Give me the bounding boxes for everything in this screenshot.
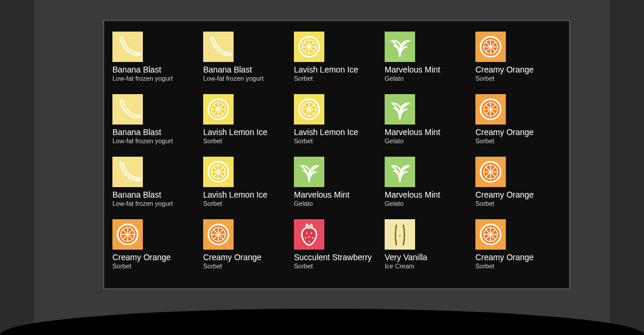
mint-icon: [294, 157, 324, 187]
flavor-tile[interactable]: Lavish Lemon IceSorbet: [294, 94, 385, 156]
flavor-title: Creamy Orange: [475, 190, 566, 199]
svg-point-76: [312, 237, 313, 239]
banana-icon: [112, 94, 143, 125]
svg-point-79: [399, 234, 401, 237]
flavor-title: Marvelous Mint: [385, 127, 475, 137]
svg-point-72: [306, 233, 307, 234]
flavor-tile[interactable]: Marvelous MintGelato: [385, 94, 475, 156]
svg-point-75: [305, 237, 306, 239]
flavor-tile[interactable]: Banana BlastLow-fat frozen yogurt: [112, 32, 203, 93]
flavor-subtitle: Sorbet: [203, 263, 294, 270]
flavor-subtitle: Sorbet: [294, 75, 385, 82]
flavor-subtitle: Sorbet: [475, 263, 566, 270]
flavor-tile[interactable]: Lavish Lemon IceSorbet: [294, 32, 385, 93]
flavor-title: Banana Blast: [203, 65, 294, 74]
flavor-title: Very Vanilla: [385, 253, 475, 262]
banana-icon: [112, 32, 143, 62]
mint-icon: [385, 32, 415, 62]
flavor-title: Marvelous Mint: [385, 190, 475, 199]
flavor-title: Creamy Orange: [475, 65, 566, 74]
svg-point-77: [309, 241, 310, 242]
flavor-subtitle: Sorbet: [475, 75, 566, 82]
flavor-subtitle: Low-fat frozen yogurt: [203, 75, 294, 82]
svg-point-73: [311, 233, 312, 234]
orange-icon: [475, 157, 506, 187]
flavor-tile[interactable]: Banana BlastLow-fat frozen yogurt: [112, 94, 203, 156]
flavor-subtitle: Sorbet: [475, 200, 566, 207]
flavor-title: Succulent Strawberry: [294, 253, 385, 262]
banana-icon: [203, 32, 234, 62]
flavor-subtitle: Low-fat frozen yogurt: [112, 75, 203, 82]
flavor-tile[interactable]: Creamy OrangeSorbet: [475, 157, 566, 218]
flavor-tile[interactable]: Creamy OrangeSorbet: [203, 219, 294, 281]
flavor-tile[interactable]: Succulent StrawberrySorbet: [294, 219, 385, 281]
flavor-tile[interactable]: Creamy OrangeSorbet: [112, 219, 203, 281]
lemon-icon: [294, 94, 324, 125]
flavor-subtitle: Gelato: [385, 75, 475, 82]
flavor-tile[interactable]: Creamy OrangeSorbet: [475, 94, 566, 156]
mint-icon: [385, 94, 415, 125]
flavor-title: Banana Blast: [112, 127, 203, 137]
strawberry-icon: [294, 219, 324, 250]
flavor-title: Lavish Lemon Ice: [203, 127, 294, 137]
lemon-icon: [294, 32, 324, 62]
flavor-subtitle: Gelato: [294, 200, 385, 207]
flavor-tile[interactable]: Marvelous MintGelato: [294, 157, 385, 218]
flavor-subtitle: Sorbet: [294, 137, 385, 144]
flavor-title: Creamy Orange: [475, 127, 566, 137]
flavor-grid: Banana BlastLow-fat frozen yogurtBanana …: [112, 32, 563, 281]
flavor-tile[interactable]: Marvelous MintGelato: [385, 157, 475, 218]
orange-icon: [475, 219, 506, 250]
orange-icon: [203, 219, 234, 250]
flavor-tile[interactable]: Marvelous MintGelato: [385, 32, 475, 93]
orange-icon: [112, 219, 143, 250]
flavor-subtitle: Sorbet: [203, 200, 294, 207]
flavor-title: Creamy Orange: [475, 253, 566, 262]
mint-icon: [385, 157, 415, 187]
flavor-tile[interactable]: Lavish Lemon IceSorbet: [203, 94, 294, 156]
flavor-title: Lavish Lemon Ice: [203, 190, 294, 199]
flavor-subtitle: Ice Cream: [385, 263, 475, 270]
flavor-tile[interactable]: Banana BlastLow-fat frozen yogurt: [203, 32, 294, 93]
flavor-tile[interactable]: Creamy OrangeSorbet: [475, 32, 566, 93]
flavor-subtitle: Gelato: [385, 137, 475, 144]
flavor-title: Marvelous Mint: [385, 65, 475, 74]
banana-icon: [112, 157, 143, 187]
flavor-tile[interactable]: Creamy OrangeSorbet: [475, 219, 566, 281]
flavor-subtitle: Sorbet: [112, 263, 203, 270]
lemon-icon: [203, 94, 234, 125]
flavor-title: Creamy Orange: [112, 253, 203, 262]
orange-icon: [475, 32, 506, 62]
vanilla-icon: [385, 219, 415, 250]
flavor-subtitle: Sorbet: [203, 137, 294, 144]
lemon-icon: [203, 157, 234, 187]
flavor-tile[interactable]: Lavish Lemon IceSorbet: [203, 157, 294, 218]
flavor-title: Marvelous Mint: [294, 190, 385, 199]
flavor-subtitle: Gelato: [385, 200, 475, 207]
flavor-title: Banana Blast: [112, 65, 203, 74]
flavor-subtitle: Sorbet: [475, 137, 566, 144]
flavor-title: Lavish Lemon Ice: [294, 127, 385, 137]
flavor-subtitle: Low-fat frozen yogurt: [112, 137, 203, 144]
flavor-subtitle: Sorbet: [294, 263, 385, 270]
flavor-tile[interactable]: Very VanillaIce Cream: [385, 219, 475, 281]
flavor-subtitle: Low-fat frozen yogurt: [112, 200, 203, 207]
orange-icon: [475, 94, 506, 125]
flavor-title: Lavish Lemon Ice: [294, 65, 385, 74]
app-screen: Banana BlastLow-fat frozen yogurtBanana …: [103, 20, 570, 289]
svg-point-74: [309, 236, 310, 237]
flavor-tile[interactable]: Banana BlastLow-fat frozen yogurt: [112, 157, 203, 218]
flavor-title: Creamy Orange: [203, 253, 294, 262]
flavor-title: Banana Blast: [112, 190, 203, 199]
